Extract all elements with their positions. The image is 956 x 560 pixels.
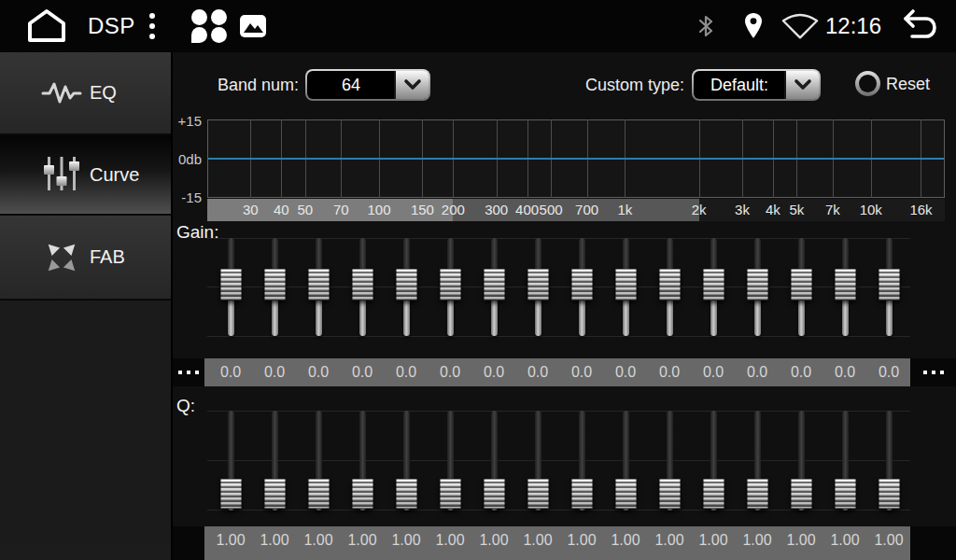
- gain-slider[interactable]: [209, 238, 252, 336]
- gain-slider[interactable]: [692, 238, 735, 336]
- q-slider[interactable]: [429, 411, 471, 511]
- slider-thumb[interactable]: [440, 269, 461, 301]
- slider-thumb[interactable]: [484, 479, 505, 509]
- slider-thumb[interactable]: [571, 269, 593, 301]
- sidebar-item-eq[interactable]: EQ: [0, 52, 171, 135]
- slider-thumb[interactable]: [220, 269, 242, 301]
- radio-circle-icon: [859, 75, 877, 92]
- q-slider[interactable]: [341, 411, 384, 511]
- gain-value: 0.0: [791, 364, 811, 381]
- slider-thumb[interactable]: [527, 479, 549, 509]
- gain-slider[interactable]: [604, 238, 647, 336]
- q-value: 1.00: [742, 532, 771, 549]
- chevron-down-icon[interactable]: [394, 71, 429, 99]
- home-button[interactable]: [24, 0, 69, 52]
- gain-page-next-button[interactable]: [910, 358, 956, 386]
- slider-track-lower: [710, 299, 717, 336]
- gain-slider[interactable]: [385, 238, 428, 336]
- q-value: 1.00: [435, 532, 464, 549]
- gain-slider[interactable]: [823, 238, 866, 336]
- q-slider[interactable]: [209, 411, 252, 511]
- slider-thumb[interactable]: [879, 479, 900, 509]
- slider-thumb[interactable]: [440, 479, 461, 509]
- slider-thumb[interactable]: [659, 479, 681, 509]
- slider-thumb[interactable]: [835, 479, 856, 509]
- q-slider[interactable]: [692, 411, 735, 511]
- q-slider[interactable]: [297, 411, 340, 511]
- gallery-button[interactable]: [240, 0, 266, 52]
- gain-slider[interactable]: [472, 238, 515, 336]
- slider-thumb[interactable]: [615, 269, 637, 301]
- gain-page-prev-button[interactable]: [173, 358, 204, 386]
- slider-track-lower: [798, 299, 805, 336]
- slider-thumb[interactable]: [791, 269, 812, 301]
- overflow-menu-button[interactable]: [149, 0, 155, 52]
- slider-thumb[interactable]: [659, 269, 681, 301]
- q-page-prev-button[interactable]: [173, 526, 204, 560]
- apps-button[interactable]: [191, 0, 227, 52]
- freq-tick-label: 5k: [790, 199, 805, 221]
- gain-value: 0.0: [484, 364, 504, 381]
- q-slider[interactable]: [823, 411, 866, 511]
- slider-thumb[interactable]: [308, 269, 330, 301]
- gain-slider[interactable]: [429, 238, 471, 336]
- slider-thumb[interactable]: [571, 479, 593, 509]
- band-num-value: 64: [307, 71, 395, 99]
- gain-slider[interactable]: [297, 238, 340, 336]
- slider-thumb[interactable]: [615, 479, 637, 509]
- slider-thumb[interactable]: [264, 269, 286, 301]
- gain-slider[interactable]: [253, 238, 296, 336]
- slider-thumb[interactable]: [396, 269, 417, 301]
- gain-slider[interactable]: [648, 238, 691, 336]
- back-button[interactable]: [898, 0, 941, 52]
- gain-slider[interactable]: [780, 238, 822, 336]
- slider-thumb[interactable]: [396, 479, 417, 509]
- slider-thumb[interactable]: [835, 269, 856, 301]
- gain-slider[interactable]: [341, 238, 384, 336]
- band-num-dropdown[interactable]: 64: [305, 69, 430, 101]
- sidebar-item-fab[interactable]: FAB: [0, 216, 171, 301]
- slider-thumb[interactable]: [308, 479, 330, 509]
- freq-tick-label: 1k: [617, 199, 632, 221]
- q-value: 1.00: [260, 532, 288, 549]
- gain-slider[interactable]: [867, 238, 910, 336]
- q-slider[interactable]: [560, 411, 603, 511]
- slider-track-lower: [272, 299, 278, 336]
- slider-thumb[interactable]: [703, 269, 724, 301]
- slider-thumb[interactable]: [747, 269, 768, 301]
- reset-radio-button[interactable]: [855, 71, 880, 96]
- q-value: 1.00: [303, 532, 332, 549]
- gain-slider[interactable]: [736, 238, 779, 336]
- slider-thumb[interactable]: [352, 269, 373, 301]
- slider-thumb[interactable]: [747, 479, 768, 509]
- slider-track-upper: [535, 411, 541, 481]
- gain-slider[interactable]: [560, 238, 603, 336]
- sidebar-item-curve[interactable]: Curve: [0, 135, 171, 216]
- q-slider[interactable]: [604, 411, 647, 511]
- slider-thumb[interactable]: [527, 269, 549, 301]
- photo-image-icon: [240, 15, 266, 37]
- freq-tick-label: 150: [411, 199, 434, 221]
- q-slider[interactable]: [867, 411, 910, 511]
- q-value: 1.00: [786, 532, 815, 549]
- q-slider[interactable]: [780, 411, 822, 511]
- slider-thumb[interactable]: [703, 479, 724, 509]
- slider-thumb[interactable]: [264, 479, 286, 509]
- q-slider[interactable]: [736, 411, 779, 511]
- custom-type-dropdown[interactable]: Default:: [692, 69, 821, 101]
- slider-thumb[interactable]: [484, 269, 505, 301]
- q-slider[interactable]: [253, 411, 296, 511]
- slider-thumb[interactable]: [352, 479, 373, 509]
- slider-thumb[interactable]: [220, 479, 242, 509]
- slider-thumb[interactable]: [791, 479, 812, 509]
- q-slider[interactable]: [472, 411, 515, 511]
- q-slider[interactable]: [516, 411, 559, 511]
- q-page-next-button[interactable]: [910, 526, 956, 560]
- q-slider[interactable]: [385, 411, 428, 511]
- chevron-down-icon[interactable]: [784, 71, 819, 99]
- q-slider[interactable]: [648, 411, 691, 511]
- gain-slider[interactable]: [516, 238, 559, 336]
- slider-track-upper: [579, 411, 585, 481]
- clover-apps-icon: [191, 8, 227, 44]
- slider-thumb[interactable]: [879, 269, 900, 301]
